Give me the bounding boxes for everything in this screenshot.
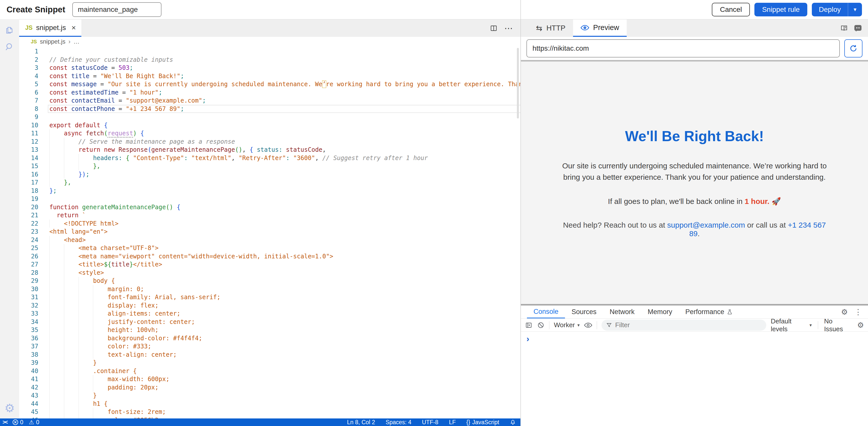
maintenance-eta: If all goes to plan, we'll be back onlin… [561, 197, 828, 206]
indent-guide [93, 334, 93, 343]
tab-label: snippet.js [36, 24, 66, 32]
preview-tab-bar: ⇆ HTTP Preview [521, 19, 868, 37]
docs-book-icon[interactable] [840, 24, 848, 32]
indent-guide [93, 285, 93, 293]
remote-icon[interactable]: >< [2, 419, 7, 426]
flask-icon [727, 309, 733, 316]
indent-guide [64, 326, 64, 334]
indent-guide [64, 367, 64, 375]
tab-sources[interactable]: Sources [565, 306, 603, 318]
console-settings-icon[interactable]: ⚙ [857, 321, 864, 329]
default-levels-dropdown[interactable]: Default levels▾ [771, 317, 812, 333]
braces-icon: {} [466, 419, 470, 426]
clear-console-icon[interactable] [537, 321, 545, 329]
code-line: 20function generateMaintenancePage() { [0, 203, 520, 211]
indent-guide [79, 384, 79, 392]
indent-guide [93, 318, 93, 326]
code-line: 38 text-align: center; [0, 351, 520, 359]
bell-icon[interactable] [510, 419, 516, 425]
code-line: 17 }, [0, 178, 520, 187]
breadcrumb-more[interactable]: … [73, 38, 80, 45]
code-line: 32 display: flex; [0, 302, 520, 310]
code-line: 9 [0, 113, 520, 121]
split-editor-icon[interactable] [490, 24, 498, 32]
app: Create Snippet ⚙ JS snippet.js × [0, 0, 868, 426]
code-line: 41 max-width: 600px; [0, 375, 520, 384]
code-editor[interactable]: 12// Define your customizable inputs3con… [0, 47, 520, 419]
preview-url-input[interactable] [526, 39, 840, 57]
problems-errors[interactable]: 0 [12, 419, 24, 426]
tab-performance[interactable]: Performance [679, 306, 740, 318]
console-sidebar-icon[interactable] [525, 321, 532, 329]
tab-preview[interactable]: Preview [573, 20, 627, 37]
console-prompt[interactable]: › [526, 334, 529, 343]
tab-http[interactable]: ⇆ HTTP [528, 20, 573, 37]
search-icon[interactable] [4, 41, 15, 52]
chevron-right-icon: › [68, 38, 70, 45]
refresh-button[interactable] [844, 39, 863, 57]
devtools-kebab-icon[interactable]: ⋮ [855, 308, 862, 316]
indent-guide [64, 269, 64, 277]
cancel-button[interactable]: Cancel [712, 3, 750, 17]
code-line: 43 } [0, 392, 520, 400]
snippet-rule-button[interactable]: Snippet rule [754, 3, 807, 17]
indent-guide [64, 318, 64, 326]
console-output[interactable]: › [521, 332, 868, 426]
indent-guide [64, 392, 64, 400]
indent-guide [64, 154, 64, 162]
code-line: 3const statusCode = 503; [0, 64, 520, 72]
close-icon[interactable]: × [71, 24, 76, 32]
more-actions-icon[interactable]: ⋯ [504, 23, 513, 33]
code-line: 34 justify-content: center; [0, 318, 520, 326]
execution-context-dropdown[interactable]: Worker▾ [554, 321, 580, 329]
eol-sequence[interactable]: LF [449, 419, 456, 426]
indent-guide [93, 326, 93, 334]
cursor-position[interactable]: Ln 8, Col 2 [347, 419, 375, 426]
encoding[interactable]: UTF-8 [422, 419, 438, 426]
indent-guide [64, 359, 64, 367]
code-line: 22 <!DOCTYPE html> [0, 220, 520, 228]
indent-guide [64, 244, 64, 252]
code-line: 10export default { [0, 121, 520, 130]
indent-guide [93, 302, 93, 310]
language-mode[interactable]: {} JavaScript [466, 419, 499, 426]
tab-network[interactable]: Network [603, 306, 641, 318]
tab-memory[interactable]: Memory [641, 306, 679, 318]
watch-eye-icon[interactable] [584, 322, 592, 329]
issues-counter[interactable]: No Issues [824, 317, 851, 333]
url-row [521, 37, 868, 60]
devtools-settings-icon[interactable]: ⚙ [841, 308, 848, 316]
breadcrumb-file[interactable]: snippet.js [40, 38, 65, 45]
console-toolbar: Worker▾ Default levels▾ [521, 319, 868, 332]
indent-guide [93, 416, 93, 419]
code-line: 11 async fetch(request) { [0, 129, 520, 138]
tab-snippet-js[interactable]: JS snippet.js × [19, 20, 81, 37]
indent-guide [64, 408, 64, 416]
filter-input[interactable] [615, 321, 756, 329]
code-line: 37 color: #333; [0, 342, 520, 351]
indent-guide [79, 302, 79, 310]
problems-warnings[interactable]: ⚠ 0 [29, 419, 39, 426]
code-line: 6const estimatedTime = "1 hour"; [0, 88, 520, 97]
console-filter[interactable] [601, 320, 766, 331]
deploy-button[interactable]: Deploy ▾ [812, 3, 862, 17]
indentation[interactable]: Spaces: 4 [385, 419, 411, 426]
files-icon[interactable] [4, 25, 15, 36]
email-link[interactable]: support@example.com [667, 221, 745, 229]
code-line: 7const contactEmail = "support@example.c… [0, 96, 520, 105]
breadcrumb[interactable]: JS snippet.js › … [0, 37, 520, 47]
editor-scrollbar[interactable] [517, 48, 519, 118]
code-line: 40 .container { [0, 367, 520, 375]
deploy-dropdown-caret[interactable]: ▾ [848, 3, 862, 17]
indent-guide [79, 342, 79, 351]
tab-console[interactable]: Console [527, 306, 565, 318]
settings-gear-icon[interactable]: ⚙ [4, 402, 14, 414]
code-lines: 12// Define your customizable inputs3con… [0, 47, 520, 419]
filter-funnel-icon [606, 322, 612, 328]
snippet-name-input[interactable] [72, 2, 161, 17]
js-file-icon: JS [31, 39, 37, 45]
code-line: 27 <title>${title}</title> [0, 260, 520, 269]
code-line: 29 body { [0, 277, 520, 285]
preview-eye-icon [581, 24, 589, 31]
discord-icon[interactable] [854, 24, 863, 32]
